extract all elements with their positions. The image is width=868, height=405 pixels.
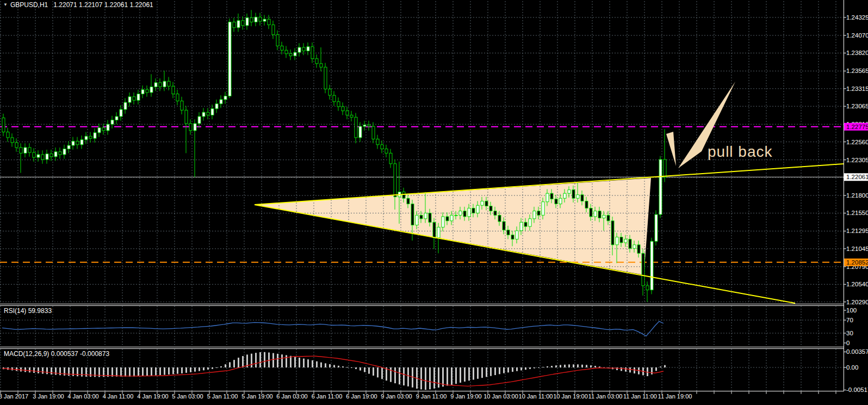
time-axis-label: 9 Jan 19:00 xyxy=(450,393,482,400)
price-tag-text: 1.20852 xyxy=(846,259,868,266)
price-axis-label: 1.24325 xyxy=(846,14,868,21)
rsi-axis-label: 0 xyxy=(846,340,850,346)
time-axis-label: 9 Jan 03:00 xyxy=(381,393,412,400)
time-axis-label: 11 Jan 19:00 xyxy=(658,393,692,400)
price-axis-label: 1.21045 xyxy=(846,246,868,252)
time-axis-label: 9 Jan 11:00 xyxy=(416,393,447,400)
trading-chart-window: 1.243251.240701.238201.235651.233151.230… xyxy=(0,0,868,405)
price-axis-label: 1.20540 xyxy=(846,281,868,287)
price-axis-label: 1.24070 xyxy=(846,32,868,39)
time-axis-label: 4 Jan 03:00 xyxy=(67,393,99,400)
time-axis-label: 6 Jan 11:00 xyxy=(312,393,343,400)
price-axis-label: 1.21295 xyxy=(846,228,868,234)
symbol-title: GBPUSD,H1 xyxy=(10,1,48,9)
symbol-dropdown-icon[interactable]: ▼ xyxy=(3,2,8,7)
price-axis-label: 1.21550 xyxy=(846,210,868,216)
pullback-annotation[interactable]: pull back xyxy=(708,143,773,161)
macd-axis-label: 0.00 xyxy=(846,364,858,371)
price-axis-label: 1.23820 xyxy=(846,50,868,56)
price-axis-label: 1.23565 xyxy=(846,68,868,74)
price-axis-label: 1.20290 xyxy=(846,299,868,305)
macd-indicator-label: MACD(12,26,9) 0.000537 -0.000873 xyxy=(4,350,109,358)
price-tag-text: 1.22061 xyxy=(846,174,868,180)
time-axis-label: 4 Jan 11:00 xyxy=(103,393,134,400)
price-tag-text: 1.22775 xyxy=(846,124,868,130)
price-axis-label: 1.23315 xyxy=(846,85,868,92)
time-axis-label: 5 Jan 03:00 xyxy=(172,393,203,400)
price-axis-label: 1.22560 xyxy=(846,139,868,145)
time-axis-label: 10 Jan 19:00 xyxy=(553,393,588,400)
macd-axis-label: -0.005171 xyxy=(846,386,868,393)
price-axis-label: 1.23065 xyxy=(846,103,868,109)
time-axis-label: 5 Jan 19:00 xyxy=(241,393,273,400)
ohlc-readout: 1.22071 1.22107 1.22061 1.22061 xyxy=(53,1,153,9)
rsi-axis-label: 100 xyxy=(846,307,857,314)
rsi-axis-label: 30 xyxy=(846,330,853,336)
time-axis-label: 11 Jan 11:00 xyxy=(623,393,657,400)
time-axis-label: 6 Jan 19:00 xyxy=(346,393,377,400)
price-axis-label: 1.21800 xyxy=(846,192,868,199)
chart-canvas[interactable]: 1.243251.240701.238201.235651.233151.230… xyxy=(0,0,868,405)
time-axis-label: 11 Jan 03:00 xyxy=(588,393,623,400)
time-axis-label: 6 Jan 03:00 xyxy=(276,393,308,400)
rsi-axis-label: 70 xyxy=(846,317,853,323)
time-axis-label: 3 Jan 19:00 xyxy=(33,393,64,400)
time-axis-label: 4 Jan 19:00 xyxy=(137,393,169,400)
time-axis-label: 5 Jan 11:00 xyxy=(207,393,238,400)
rsi-indicator-label: RSI(14) 59.9833 xyxy=(4,307,52,315)
chart-title-bar: ▼GBPUSD,H11.22071 1.22107 1.22061 1.2206… xyxy=(3,1,153,9)
time-axis-label: 3 Jan 2017 xyxy=(0,393,28,400)
macd-axis-label: 0.003576 xyxy=(846,348,868,355)
time-axis-label: 10 Jan 11:00 xyxy=(519,393,553,400)
time-axis-label: 10 Jan 03:00 xyxy=(483,393,518,400)
price-axis-label: 1.22305 xyxy=(846,157,868,163)
